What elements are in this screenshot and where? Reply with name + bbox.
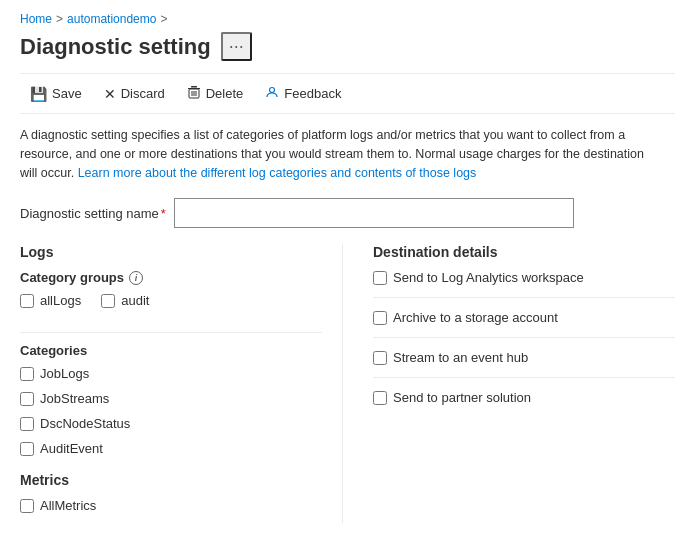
checkbox-jobStreams[interactable]: JobStreams — [20, 391, 322, 406]
checkbox-audit[interactable]: audit — [101, 293, 149, 308]
info-icon[interactable]: i — [129, 271, 143, 285]
destination-section-title: Destination details — [373, 244, 675, 260]
logs-section-title: Logs — [20, 244, 322, 260]
partner-checkbox[interactable] — [373, 391, 387, 405]
storage-checkbox[interactable] — [373, 311, 387, 325]
log-analytics-checkbox[interactable] — [373, 271, 387, 285]
metrics-section-title: Metrics — [20, 472, 322, 488]
delete-icon — [187, 85, 201, 102]
discard-label: Discard — [121, 86, 165, 101]
event-hub-label: Stream to an event hub — [393, 350, 528, 365]
save-button[interactable]: 💾 Save — [20, 81, 92, 107]
breadcrumb-sep1: > — [56, 12, 63, 26]
delete-button[interactable]: Delete — [177, 80, 254, 107]
required-star: * — [161, 206, 166, 221]
svg-point-6 — [270, 88, 275, 93]
checkbox-jobLogs[interactable]: JobLogs — [20, 366, 322, 381]
category-groups-title: Category groups i — [20, 270, 322, 285]
log-analytics-label: Send to Log Analytics workspace — [393, 270, 584, 285]
category-groups: allLogs audit — [20, 293, 322, 318]
categories-label: Categories — [20, 343, 322, 358]
allLogs-label: allLogs — [40, 293, 81, 308]
breadcrumb-sep2: > — [160, 12, 167, 26]
description: A diagnostic setting specifies a list of… — [20, 126, 660, 182]
save-icon: 💾 — [30, 86, 47, 102]
checkbox-dscNodeStatus[interactable]: DscNodeStatus — [20, 416, 322, 431]
checkbox-auditEvent[interactable]: AuditEvent — [20, 441, 322, 456]
event-hub-checkbox[interactable] — [373, 351, 387, 365]
jobLogs-label: JobLogs — [40, 366, 89, 381]
breadcrumb-automationdemo[interactable]: automationdemo — [67, 12, 156, 26]
logs-section: Logs Category groups i allLogs audit Cat… — [20, 244, 322, 523]
partner-label: Send to partner solution — [393, 390, 531, 405]
audit-label: audit — [121, 293, 149, 308]
auditEvent-label: AuditEvent — [40, 441, 103, 456]
dest-event-hub[interactable]: Stream to an event hub — [373, 350, 675, 378]
allMetrics-checkbox[interactable] — [20, 499, 34, 513]
divider — [20, 332, 322, 333]
svg-rect-1 — [191, 86, 197, 88]
jobStreams-checkbox[interactable] — [20, 392, 34, 406]
page-title: Diagnostic setting — [20, 34, 211, 60]
discard-button[interactable]: ✕ Discard — [94, 81, 175, 107]
setting-name-input[interactable] — [174, 198, 574, 228]
setting-name-label: Diagnostic setting name* — [20, 206, 166, 221]
auditEvent-checkbox[interactable] — [20, 442, 34, 456]
dscNodeStatus-label: DscNodeStatus — [40, 416, 130, 431]
feedback-label: Feedback — [284, 86, 341, 101]
feedback-icon — [265, 85, 279, 102]
allMetrics-label: AllMetrics — [40, 498, 96, 513]
breadcrumb: Home > automationdemo > — [20, 12, 675, 26]
allLogs-checkbox[interactable] — [20, 294, 34, 308]
metrics-section: Metrics AllMetrics — [20, 472, 322, 513]
storage-label: Archive to a storage account — [393, 310, 558, 325]
setting-name-row: Diagnostic setting name* — [20, 198, 675, 228]
dest-storage[interactable]: Archive to a storage account — [373, 310, 675, 338]
discard-icon: ✕ — [104, 86, 116, 102]
destination-section: Destination details Send to Log Analytic… — [342, 244, 675, 523]
dest-partner[interactable]: Send to partner solution — [373, 390, 675, 417]
dest-log-analytics[interactable]: Send to Log Analytics workspace — [373, 270, 675, 298]
checkbox-allMetrics[interactable]: AllMetrics — [20, 498, 322, 513]
main-content: Logs Category groups i allLogs audit Cat… — [20, 244, 675, 523]
checkbox-allLogs[interactable]: allLogs — [20, 293, 81, 308]
delete-label: Delete — [206, 86, 244, 101]
save-label: Save — [52, 86, 82, 101]
learn-more-link[interactable]: Learn more about the different log categ… — [78, 166, 477, 180]
feedback-button[interactable]: Feedback — [255, 80, 351, 107]
page-title-row: Diagnostic setting ··· — [20, 32, 675, 61]
ellipsis-button[interactable]: ··· — [221, 32, 252, 61]
breadcrumb-home[interactable]: Home — [20, 12, 52, 26]
dscNodeStatus-checkbox[interactable] — [20, 417, 34, 431]
audit-checkbox[interactable] — [101, 294, 115, 308]
jobLogs-checkbox[interactable] — [20, 367, 34, 381]
jobStreams-label: JobStreams — [40, 391, 109, 406]
toolbar: 💾 Save ✕ Discard Delete Feedback — [20, 73, 675, 114]
